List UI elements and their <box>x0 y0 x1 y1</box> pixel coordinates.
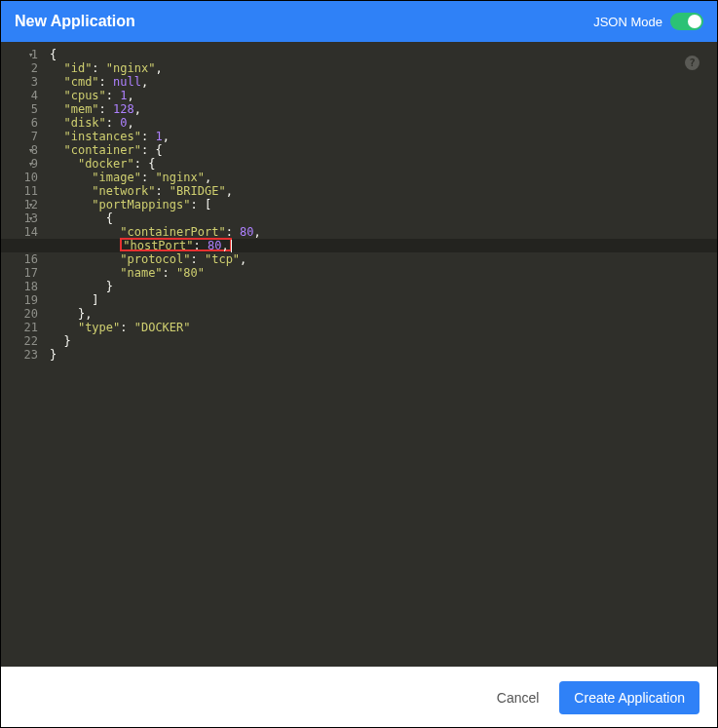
code-line[interactable]: } <box>50 348 717 362</box>
line-number: 8 <box>1 143 38 157</box>
editor-code-area[interactable]: { "id": "nginx", "cmd": null, "cpus": 1,… <box>46 42 717 667</box>
code-line[interactable]: "mem": 128, <box>50 102 717 116</box>
code-line[interactable]: "instances": 1, <box>50 130 717 143</box>
code-line[interactable]: "docker": { <box>50 157 717 171</box>
code-line[interactable]: "protocol": "tcp", <box>50 252 717 266</box>
text-cursor <box>231 240 232 252</box>
editor-gutter: 1234567891011121314151617181920212223 <box>1 42 46 667</box>
line-number: 3 <box>1 75 38 89</box>
new-application-modal: New Application JSON Mode 12345678910111… <box>1 1 717 727</box>
line-number: 17 <box>1 266 38 280</box>
code-line[interactable]: { <box>50 48 717 61</box>
line-number: 7 <box>1 130 38 143</box>
code-line[interactable]: "type": "DOCKER" <box>50 321 717 334</box>
line-number: 12 <box>1 198 38 211</box>
line-number: 21 <box>1 321 38 334</box>
line-number: 11 <box>1 184 38 198</box>
help-icon[interactable]: ? <box>685 56 699 70</box>
code-line[interactable]: "name": "80" <box>50 266 717 280</box>
code-line[interactable]: "cpus": 1, <box>50 89 717 102</box>
code-line[interactable]: "disk": 0, <box>50 116 717 130</box>
modal-title: New Application <box>15 13 135 30</box>
line-number: 19 <box>1 293 38 307</box>
line-number: 9 <box>1 157 38 171</box>
line-number: 20 <box>1 307 38 321</box>
code-line[interactable]: "id": "nginx", <box>50 61 717 75</box>
code-line[interactable]: "container": { <box>50 143 717 157</box>
highlight-box: "hostPort": 80, <box>120 238 231 251</box>
line-number: 22 <box>1 334 38 348</box>
line-number: 14 <box>1 225 38 239</box>
line-number: 18 <box>1 280 38 293</box>
line-number: 2 <box>1 61 38 75</box>
line-number: 16 <box>1 252 38 266</box>
code-line[interactable]: ] <box>50 293 717 307</box>
line-number: 13 <box>1 211 38 225</box>
code-line[interactable]: } <box>50 334 717 348</box>
line-number: 5 <box>1 102 38 116</box>
modal-footer: Cancel Create Application <box>1 667 717 727</box>
line-number: 23 <box>1 348 38 362</box>
json-editor[interactable]: 1234567891011121314151617181920212223 { … <box>1 42 717 667</box>
code-line[interactable]: } <box>50 280 717 293</box>
code-line[interactable]: }, <box>50 307 717 321</box>
json-mode-toggle[interactable] <box>670 13 703 30</box>
json-mode-control: JSON Mode <box>593 13 703 30</box>
code-line[interactable]: "containerPort": 80, <box>50 225 717 239</box>
code-line[interactable]: "portMappings": [ <box>50 198 717 211</box>
line-number: 1 <box>1 48 38 61</box>
code-line[interactable]: "cmd": null, <box>50 75 717 89</box>
json-mode-label: JSON Mode <box>593 15 662 29</box>
code-line[interactable]: "hostPort": 80, <box>50 239 717 252</box>
modal-header: New Application JSON Mode <box>1 1 717 42</box>
code-line[interactable]: "network": "BRIDGE", <box>50 184 717 198</box>
code-line[interactable]: { <box>50 211 717 225</box>
cancel-button[interactable]: Cancel <box>482 681 554 714</box>
line-number: 6 <box>1 116 38 130</box>
code-line[interactable]: "image": "nginx", <box>50 171 717 184</box>
line-number: 4 <box>1 89 38 102</box>
create-application-button[interactable]: Create Application <box>559 681 699 714</box>
line-number: 10 <box>1 171 38 184</box>
